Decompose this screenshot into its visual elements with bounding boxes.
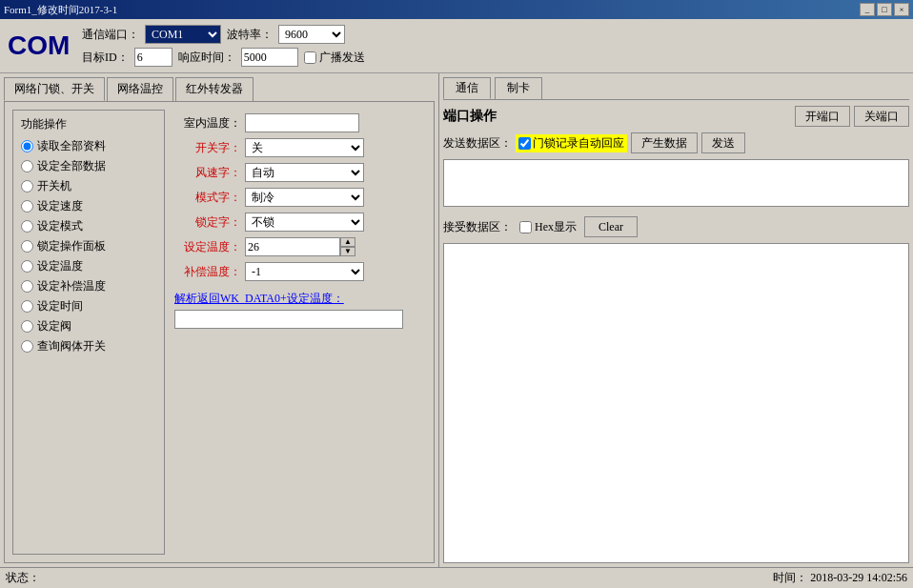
radio-set-comp: 设定补偿温度 xyxy=(21,278,156,294)
tab-content: 功能操作 读取全部资料 设定全部数据 开关机 xyxy=(4,101,435,563)
function-group: 功能操作 读取全部资料 设定全部数据 开关机 xyxy=(12,110,165,555)
wind-select[interactable]: 自动 低速 中速 高速 xyxy=(245,163,364,182)
time-value: 2018-03-29 14:02:56 xyxy=(810,571,907,584)
radio-power-input[interactable] xyxy=(21,180,33,193)
target-label: 目标ID： xyxy=(82,50,129,66)
open-port-button[interactable]: 开端口 xyxy=(795,106,850,127)
radio-set-valve: 设定阀 xyxy=(21,318,156,335)
comp-temp-row: 补偿温度： -1 0 1 2 xyxy=(174,262,426,281)
port-select[interactable]: COM1 xyxy=(145,25,221,44)
receive-textarea[interactable] xyxy=(443,243,909,563)
send-textarea[interactable] xyxy=(443,159,909,207)
send-area-label: 发送数据区： xyxy=(443,135,512,152)
wind-label: 风速字： xyxy=(174,165,241,181)
send-button[interactable]: 发送 xyxy=(701,132,745,153)
target-input[interactable] xyxy=(134,48,172,67)
receive-label: 接受数据区： xyxy=(443,219,512,235)
radio-set-all-label: 设定全部数据 xyxy=(37,158,106,174)
send-checkbox-label: 门锁记录自动回应 xyxy=(516,134,627,152)
radio-speed-input[interactable] xyxy=(21,200,33,213)
hex-label-row: Hex显示 xyxy=(519,219,577,235)
window-controls: _ □ × xyxy=(860,3,909,16)
port-buttons: 开端口 关端口 xyxy=(795,106,909,127)
close-button[interactable]: × xyxy=(894,3,909,16)
close-port-button[interactable]: 关端口 xyxy=(854,106,909,127)
send-row: 发送数据区： 门锁记录自动回应 产生数据 发送 xyxy=(443,132,909,153)
com-logo: COM xyxy=(8,30,74,61)
broadcast-label: 广播发送 xyxy=(319,50,365,66)
radio-read-all: 读取全部资料 xyxy=(21,138,156,154)
parse-input[interactable] xyxy=(174,310,403,329)
radio-mode-input[interactable] xyxy=(21,220,33,233)
tab-network-lock[interactable]: 网络门锁、开关 xyxy=(4,77,105,101)
clear-button[interactable]: Clear xyxy=(584,216,638,237)
indoor-temp-label: 室内温度： xyxy=(174,115,241,132)
radio-set-temp: 设定温度 xyxy=(21,258,156,274)
tab-network-temp[interactable]: 网络温控 xyxy=(107,77,173,101)
group-title: 功能操作 xyxy=(21,116,156,132)
radio-set-valve-input[interactable] xyxy=(21,320,33,333)
radio-set-all: 设定全部数据 xyxy=(21,158,156,174)
radio-query-valve-label: 查询阀体开关 xyxy=(37,338,106,355)
port-label: 通信端口： xyxy=(82,27,139,43)
parse-label[interactable]: 解析返回WK_DATA0+设定温度： xyxy=(174,292,344,305)
comp-temp-label: 补偿温度： xyxy=(174,264,241,280)
maximize-button[interactable]: □ xyxy=(877,3,892,16)
response-input[interactable] xyxy=(241,48,298,67)
response-label: 响应时间： xyxy=(178,50,235,66)
switch-select[interactable]: 关 开 xyxy=(245,138,364,157)
spin-up-button[interactable]: ▲ xyxy=(340,237,355,247)
radio-lock-panel-input[interactable] xyxy=(21,240,33,253)
radio-set-time-input[interactable] xyxy=(21,300,33,313)
set-temp-row: 设定温度： ▲ ▼ xyxy=(174,237,426,256)
radio-set-all-input[interactable] xyxy=(21,160,33,172)
broadcast-checkbox[interactable] xyxy=(304,51,316,64)
switch-label: 开关字： xyxy=(174,140,241,156)
tab-infrared[interactable]: 红外转发器 xyxy=(175,77,254,101)
radio-set-comp-input[interactable] xyxy=(21,280,33,293)
status-bar: 状态： 时间： 2018-03-29 14:02:56 xyxy=(0,567,913,588)
minimize-button[interactable]: _ xyxy=(860,3,875,16)
temp-spinner: ▲ ▼ xyxy=(245,237,355,256)
status-left: 状态： xyxy=(6,570,40,586)
auto-reply-checkbox[interactable] xyxy=(518,137,531,150)
top-panel: COM 通信端口： COM1 波特率： 9600 目标ID： 响应时间： xyxy=(0,19,913,73)
lock-label: 锁定字： xyxy=(174,214,241,231)
set-temp-input[interactable] xyxy=(245,237,340,256)
radio-set-time: 设定时间 xyxy=(21,298,156,314)
window-title: Form1_修改时间2017-3-1 xyxy=(4,3,117,17)
radio-speed-label: 设定速度 xyxy=(37,198,83,214)
lock-select[interactable]: 不锁 锁定 xyxy=(245,213,364,232)
radio-query-valve-input[interactable] xyxy=(21,340,33,353)
port-ops-title: 端口操作 xyxy=(443,108,497,125)
radio-power: 开关机 xyxy=(21,178,156,194)
mode-row: 模式字： 制冷 制热 通风 除湿 xyxy=(174,188,426,207)
mode-select[interactable]: 制冷 制热 通风 除湿 xyxy=(245,188,364,207)
indoor-temp-input[interactable] xyxy=(245,113,359,132)
radio-read-all-label: 读取全部资料 xyxy=(37,138,106,154)
radio-lock-panel: 锁定操作面板 xyxy=(21,238,156,254)
comp-temp-select[interactable]: -1 0 1 2 xyxy=(245,262,364,281)
lock-row: 锁定字： 不锁 锁定 xyxy=(174,213,426,232)
top-fields: 通信端口： COM1 波特率： 9600 目标ID： 响应时间： 广播发送 xyxy=(82,25,365,67)
port-tab-card[interactable]: 制卡 xyxy=(495,77,542,99)
main-window: COM 通信端口： COM1 波特率： 9600 目标ID： 响应时间： xyxy=(0,19,913,588)
generate-data-button[interactable]: 产生数据 xyxy=(631,132,698,153)
hex-checkbox[interactable] xyxy=(519,221,532,233)
radio-set-valve-label: 设定阀 xyxy=(37,318,71,335)
baud-select[interactable]: 9600 xyxy=(278,25,345,44)
radio-set-temp-input[interactable] xyxy=(21,260,33,273)
radio-query-valve: 查询阀体开关 xyxy=(21,338,156,355)
port-tab-comm[interactable]: 通信 xyxy=(443,77,491,99)
port-section: 端口操作 开端口 关端口 发送数据区： 门锁记录自动回应 产生数据 发送 xyxy=(443,106,909,563)
hex-label: Hex显示 xyxy=(535,219,577,235)
radio-read-all-input[interactable] xyxy=(21,140,33,152)
content-area: 网络门锁、开关 网络温控 红外转发器 功能操作 读取全部资料 设定全部数据 xyxy=(0,73,913,567)
radio-lock-panel-label: 锁定操作面板 xyxy=(37,238,106,254)
port-tab-bar: 通信 制卡 xyxy=(443,77,909,100)
receive-row: 接受数据区： Hex显示 Clear xyxy=(443,216,909,237)
spin-down-button[interactable]: ▼ xyxy=(340,247,355,256)
time-label: 时间： xyxy=(773,571,807,584)
radio-set-time-label: 设定时间 xyxy=(37,298,83,314)
radio-set-comp-label: 设定补偿温度 xyxy=(37,278,106,294)
